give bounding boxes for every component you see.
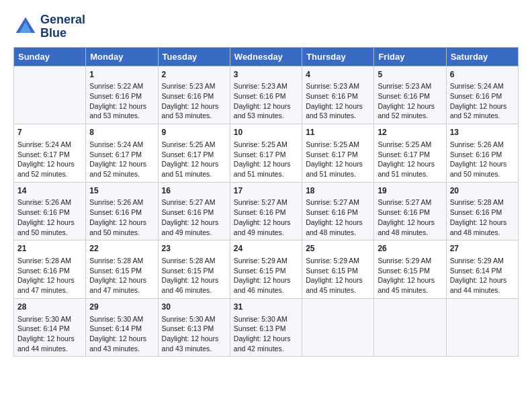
day-number: 11 xyxy=(306,127,370,138)
column-header-tuesday: Tuesday xyxy=(158,47,230,66)
cell-1-6: 5Sunrise: 5:23 AMSunset: 6:16 PMDaylight… xyxy=(374,66,446,124)
day-number: 4 xyxy=(306,69,370,81)
column-header-friday: Friday xyxy=(374,47,446,66)
logo: General Blue xyxy=(13,13,85,40)
cell-info: Sunrise: 5:24 AMSunset: 6:17 PMDaylight:… xyxy=(89,140,154,179)
cell-info: Sunrise: 5:25 AMSunset: 6:17 PMDaylight:… xyxy=(234,140,298,179)
cell-info: Sunrise: 5:27 AMSunset: 6:16 PMDaylight:… xyxy=(234,197,298,237)
cell-info: Sunrise: 5:24 AMSunset: 6:16 PMDaylight:… xyxy=(450,81,515,121)
week-row-4: 21Sunrise: 5:28 AMSunset: 6:16 PMDayligh… xyxy=(14,240,519,299)
cell-4-7: 27Sunrise: 5:29 AMSunset: 6:14 PMDayligh… xyxy=(446,240,518,299)
cell-2-1: 7Sunrise: 5:24 AMSunset: 6:17 PMDaylight… xyxy=(14,124,86,183)
cell-info: Sunrise: 5:28 AMSunset: 6:15 PMDaylight:… xyxy=(162,256,226,295)
cell-4-3: 23Sunrise: 5:28 AMSunset: 6:15 PMDayligh… xyxy=(158,240,230,299)
day-number: 13 xyxy=(450,127,515,138)
cell-1-4: 3Sunrise: 5:23 AMSunset: 6:16 PMDaylight… xyxy=(230,66,302,124)
day-number: 5 xyxy=(378,69,442,81)
day-number: 26 xyxy=(378,243,442,255)
cell-2-6: 12Sunrise: 5:25 AMSunset: 6:17 PMDayligh… xyxy=(374,124,446,183)
cell-info: Sunrise: 5:25 AMSunset: 6:17 PMDaylight:… xyxy=(162,140,226,179)
cell-info: Sunrise: 5:26 AMSunset: 6:16 PMDaylight:… xyxy=(89,197,154,237)
cell-3-4: 17Sunrise: 5:27 AMSunset: 6:16 PMDayligh… xyxy=(230,182,302,240)
cell-5-3: 30Sunrise: 5:30 AMSunset: 6:13 PMDayligh… xyxy=(158,298,230,357)
cell-info: Sunrise: 5:28 AMSunset: 6:15 PMDaylight:… xyxy=(89,256,154,295)
cell-info: Sunrise: 5:23 AMSunset: 6:16 PMDaylight:… xyxy=(306,81,370,121)
week-row-5: 28Sunrise: 5:30 AMSunset: 6:14 PMDayligh… xyxy=(14,298,519,357)
day-number: 12 xyxy=(378,127,442,138)
day-number: 20 xyxy=(450,185,515,197)
week-row-1: 1Sunrise: 5:22 AMSunset: 6:16 PMDaylight… xyxy=(14,66,519,124)
cell-info: Sunrise: 5:27 AMSunset: 6:16 PMDaylight:… xyxy=(306,197,370,237)
day-number: 8 xyxy=(89,127,154,138)
day-number: 31 xyxy=(234,302,298,313)
cell-info: Sunrise: 5:30 AMSunset: 6:14 PMDaylight:… xyxy=(89,314,154,354)
cell-5-2: 29Sunrise: 5:30 AMSunset: 6:14 PMDayligh… xyxy=(86,298,158,357)
calendar-body: 1Sunrise: 5:22 AMSunset: 6:16 PMDaylight… xyxy=(14,66,519,357)
cell-info: Sunrise: 5:27 AMSunset: 6:16 PMDaylight:… xyxy=(378,197,442,237)
column-header-sunday: Sunday xyxy=(14,47,86,66)
cell-info: Sunrise: 5:25 AMSunset: 6:17 PMDaylight:… xyxy=(378,140,442,179)
day-number: 25 xyxy=(306,243,370,255)
cell-3-3: 16Sunrise: 5:27 AMSunset: 6:16 PMDayligh… xyxy=(158,182,230,240)
day-number: 2 xyxy=(162,69,226,81)
cell-info: Sunrise: 5:29 AMSunset: 6:15 PMDaylight:… xyxy=(306,256,370,295)
cell-4-5: 25Sunrise: 5:29 AMSunset: 6:15 PMDayligh… xyxy=(302,240,374,299)
calendar-table: SundayMondayTuesdayWednesdayThursdayFrid… xyxy=(13,47,519,357)
day-number: 15 xyxy=(89,185,154,197)
cell-3-6: 19Sunrise: 5:27 AMSunset: 6:16 PMDayligh… xyxy=(374,182,446,240)
cell-1-5: 4Sunrise: 5:23 AMSunset: 6:16 PMDaylight… xyxy=(302,66,374,124)
day-number: 3 xyxy=(234,69,298,81)
header-row: SundayMondayTuesdayWednesdayThursdayFrid… xyxy=(14,47,519,66)
page-header: General Blue xyxy=(13,13,519,40)
day-number: 9 xyxy=(162,127,226,138)
day-number: 18 xyxy=(306,185,370,197)
cell-info: Sunrise: 5:22 AMSunset: 6:16 PMDaylight:… xyxy=(89,81,154,121)
day-number: 6 xyxy=(450,69,515,81)
day-number: 17 xyxy=(234,185,298,197)
column-header-saturday: Saturday xyxy=(446,47,518,66)
cell-2-2: 8Sunrise: 5:24 AMSunset: 6:17 PMDaylight… xyxy=(86,124,158,183)
day-number: 27 xyxy=(450,243,515,255)
cell-info: Sunrise: 5:30 AMSunset: 6:14 PMDaylight:… xyxy=(17,314,82,354)
cell-4-1: 21Sunrise: 5:28 AMSunset: 6:16 PMDayligh… xyxy=(14,240,86,299)
cell-info: Sunrise: 5:29 AMSunset: 6:14 PMDaylight:… xyxy=(450,256,515,295)
column-header-monday: Monday xyxy=(86,47,158,66)
cell-1-7: 6Sunrise: 5:24 AMSunset: 6:16 PMDaylight… xyxy=(446,66,518,124)
cell-2-5: 11Sunrise: 5:25 AMSunset: 6:17 PMDayligh… xyxy=(302,124,374,183)
cell-2-4: 10Sunrise: 5:25 AMSunset: 6:17 PMDayligh… xyxy=(230,124,302,183)
day-number: 23 xyxy=(162,243,226,255)
day-number: 14 xyxy=(17,185,82,197)
cell-info: Sunrise: 5:23 AMSunset: 6:16 PMDaylight:… xyxy=(234,81,298,121)
cell-2-3: 9Sunrise: 5:25 AMSunset: 6:17 PMDaylight… xyxy=(158,124,230,183)
day-number: 21 xyxy=(17,243,82,255)
cell-1-1 xyxy=(14,66,86,124)
cell-2-7: 13Sunrise: 5:26 AMSunset: 6:16 PMDayligh… xyxy=(446,124,518,183)
day-number: 10 xyxy=(234,127,298,138)
cell-4-2: 22Sunrise: 5:28 AMSunset: 6:15 PMDayligh… xyxy=(86,240,158,299)
cell-3-5: 18Sunrise: 5:27 AMSunset: 6:16 PMDayligh… xyxy=(302,182,374,240)
cell-info: Sunrise: 5:23 AMSunset: 6:16 PMDaylight:… xyxy=(162,81,226,121)
cell-info: Sunrise: 5:26 AMSunset: 6:16 PMDaylight:… xyxy=(450,140,515,179)
day-number: 30 xyxy=(162,302,226,313)
cell-5-1: 28Sunrise: 5:30 AMSunset: 6:14 PMDayligh… xyxy=(14,298,86,357)
week-row-2: 7Sunrise: 5:24 AMSunset: 6:17 PMDaylight… xyxy=(14,124,519,183)
day-number: 24 xyxy=(234,243,298,255)
cell-1-3: 2Sunrise: 5:23 AMSunset: 6:16 PMDaylight… xyxy=(158,66,230,124)
cell-1-2: 1Sunrise: 5:22 AMSunset: 6:16 PMDaylight… xyxy=(86,66,158,124)
cell-4-6: 26Sunrise: 5:29 AMSunset: 6:15 PMDayligh… xyxy=(374,240,446,299)
calendar-header: SundayMondayTuesdayWednesdayThursdayFrid… xyxy=(14,47,519,66)
day-number: 1 xyxy=(89,69,154,81)
day-number: 19 xyxy=(378,185,442,197)
week-row-3: 14Sunrise: 5:26 AMSunset: 6:16 PMDayligh… xyxy=(14,182,519,240)
day-number: 7 xyxy=(17,127,82,138)
cell-info: Sunrise: 5:24 AMSunset: 6:17 PMDaylight:… xyxy=(17,140,82,179)
cell-5-7 xyxy=(446,298,518,357)
cell-3-2: 15Sunrise: 5:26 AMSunset: 6:16 PMDayligh… xyxy=(86,182,158,240)
cell-info: Sunrise: 5:28 AMSunset: 6:16 PMDaylight:… xyxy=(450,197,515,237)
day-number: 16 xyxy=(162,185,226,197)
cell-info: Sunrise: 5:30 AMSunset: 6:13 PMDaylight:… xyxy=(234,314,298,354)
day-number: 22 xyxy=(89,243,154,255)
cell-info: Sunrise: 5:29 AMSunset: 6:15 PMDaylight:… xyxy=(378,256,442,295)
cell-3-7: 20Sunrise: 5:28 AMSunset: 6:16 PMDayligh… xyxy=(446,182,518,240)
column-header-thursday: Thursday xyxy=(302,47,374,66)
